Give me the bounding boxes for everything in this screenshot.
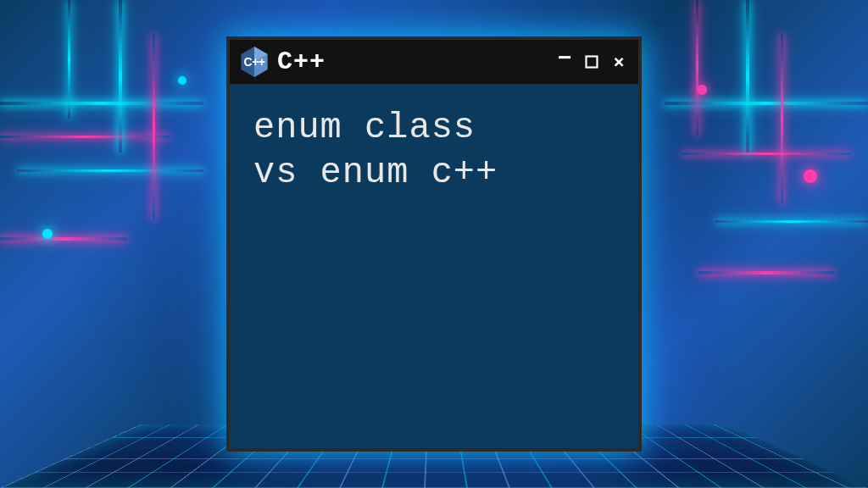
neon-dot [697,85,707,95]
close-button[interactable]: × [609,53,628,71]
circuit-line [715,220,868,223]
cpp-logo-text: C++ [244,55,265,69]
circuit-line [153,34,155,220]
circuit-line [696,0,698,136]
window-title: C++ [277,47,547,76]
window-body: enum class vs enum c++ [230,84,638,217]
circuit-line [746,0,749,152]
titlebar[interactable]: C++ C++ − × [230,40,638,84]
svg-rect-3 [587,57,598,68]
neon-dot [178,76,186,85]
circuit-line [0,136,170,138]
circuit-line [0,102,203,105]
circuit-line [68,0,70,119]
minimize-button[interactable]: − [555,53,574,71]
terminal-window: C++ C++ − × enum class vs enum c++ [226,36,642,452]
neon-dot [804,169,817,183]
window-controls: − × [555,53,628,71]
circuit-line [665,102,868,105]
circuit-line [17,169,203,172]
circuit-line [682,152,851,155]
neon-dot [42,229,53,239]
circuit-line [0,237,127,241]
maximize-button[interactable] [582,53,601,71]
cpp-logo-icon: C++ [240,46,269,78]
circuit-line [698,271,834,274]
content-line-2: vs enum c++ [253,151,615,196]
circuit-line [119,0,122,152]
circuit-line [781,34,783,203]
content-line-1: enum class [253,106,615,151]
